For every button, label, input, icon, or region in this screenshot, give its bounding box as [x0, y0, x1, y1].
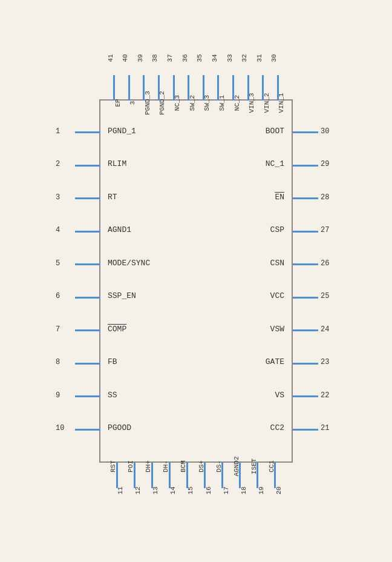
left-pin-num-3: 3	[56, 193, 60, 202]
right-pin-stub-25	[293, 297, 318, 299]
bottom-pin-num-16: 16	[205, 486, 212, 494]
top-pin-num-34: 34	[211, 54, 218, 62]
top-pin-num-33: 33	[226, 54, 234, 62]
left-pin-stub-10	[75, 429, 100, 431]
bottom-pin-num-18: 18	[240, 486, 247, 494]
bottom-pin-label-12: POI	[127, 460, 134, 472]
top-pin-label-38: PGND_2	[158, 91, 166, 115]
top-pin-num-32: 32	[241, 54, 248, 62]
left-pin-stub-5	[75, 263, 100, 265]
right-pin-num-24: 24	[321, 325, 329, 334]
bottom-pin-num-11: 11	[117, 486, 124, 494]
right-pin-label-24: VSW	[270, 325, 284, 334]
top-pin-num-36: 36	[181, 54, 189, 62]
right-pin-label-23: GATE	[266, 357, 284, 366]
right-pin-label-22: VS	[275, 391, 284, 400]
ic-body	[99, 99, 293, 463]
left-pin-stub-9	[75, 395, 100, 397]
bottom-pin-num-17: 17	[223, 486, 230, 494]
right-pin-label-21: CC2	[270, 423, 284, 432]
top-pin-label-35: SW_3	[203, 95, 211, 111]
bottom-pin-label-20: CC1	[268, 460, 275, 472]
left-pin-stub-1	[75, 131, 100, 133]
right-pin-stub-26	[293, 263, 318, 265]
bottom-pin-label-17: DS-	[215, 460, 223, 472]
left-pin-num-9: 9	[56, 391, 60, 400]
top-pin-num-38: 38	[151, 54, 158, 62]
top-pin-num-35: 35	[196, 54, 203, 62]
right-pin-stub-28	[293, 197, 318, 199]
bottom-pin-label-13: DH+	[145, 460, 152, 472]
top-pin-stub-40	[128, 75, 130, 101]
right-pin-num-28: 28	[321, 193, 329, 202]
left-pin-stub-8	[75, 363, 100, 365]
top-pin-num-31: 31	[256, 54, 263, 62]
right-pin-label-29: NC_1	[266, 159, 284, 168]
right-pin-label-30: BOOT	[266, 127, 284, 136]
top-pin-label-30: VIN_1	[278, 93, 285, 113]
right-pin-num-29: 29	[321, 160, 329, 168]
left-pin-num-7: 7	[56, 325, 60, 334]
left-pin-stub-4	[75, 231, 100, 233]
bottom-pin-label-11: RST	[109, 460, 117, 472]
left-pin-label-7: COMP	[108, 325, 126, 334]
top-pin-label-41: EP	[114, 99, 122, 107]
top-pin-num-39: 39	[137, 54, 144, 62]
right-pin-stub-24	[293, 329, 318, 331]
right-pin-label-27: CSP	[270, 225, 284, 234]
top-pin-stub-41	[113, 75, 115, 101]
bottom-pin-num-15: 15	[187, 486, 194, 494]
left-pin-num-6: 6	[56, 292, 60, 300]
left-pin-num-8: 8	[56, 358, 60, 366]
top-pin-num-37: 37	[166, 54, 174, 62]
top-pin-label-31: VIN_2	[263, 93, 270, 113]
left-pin-label-10: PGOOD	[108, 423, 131, 432]
left-pin-label-9: SS	[108, 391, 117, 400]
left-pin-label-1: PGND_1	[108, 127, 136, 136]
left-pin-label-8: FB	[108, 357, 117, 366]
top-pin-num-41: 41	[107, 54, 114, 62]
left-pin-stub-7	[75, 329, 100, 331]
bottom-pin-num-20: 20	[275, 486, 283, 494]
bottom-pin-num-19: 19	[258, 486, 265, 494]
left-pin-label-2: RLIM	[108, 159, 126, 168]
right-pin-num-30: 30	[321, 127, 329, 136]
left-pin-stub-2	[75, 165, 100, 167]
ic-component: 1PGND_12RLIM3RT4AGND15MODE/SYNC6SSP_EN7C…	[51, 51, 341, 511]
right-pin-label-25: VCC	[270, 291, 284, 300]
right-pin-label-28: EN	[275, 193, 284, 202]
bottom-pin-label-19: ISET	[250, 458, 258, 474]
top-pin-label-33: NC_2	[234, 95, 241, 111]
right-pin-num-23: 23	[321, 358, 329, 366]
left-pin-num-1: 1	[56, 127, 60, 136]
bottom-pin-num-12: 12	[134, 486, 142, 494]
right-pin-num-25: 25	[321, 292, 329, 300]
left-pin-stub-3	[75, 197, 100, 199]
left-pin-num-4: 4	[56, 226, 60, 234]
top-pin-label-37: NC_3	[174, 95, 181, 111]
top-pin-label-32: VIN_3	[248, 93, 255, 113]
top-pin-label-40: 3	[129, 101, 136, 105]
top-pin-num-30: 30	[270, 54, 278, 62]
bottom-pin-label-15: BCM	[180, 460, 187, 472]
right-pin-stub-27	[293, 231, 318, 233]
left-pin-num-2: 2	[56, 160, 60, 168]
right-pin-stub-23	[293, 363, 318, 365]
top-pin-label-39: PGND_3	[144, 91, 151, 115]
right-pin-num-26: 26	[321, 259, 329, 268]
bottom-pin-label-16: DS+	[198, 460, 205, 472]
right-pin-stub-21	[293, 429, 318, 431]
bottom-pin-label-14: DH-	[162, 460, 169, 472]
bottom-pin-label-18: AGND2	[233, 456, 240, 476]
left-pin-stub-6	[75, 297, 100, 299]
top-pin-num-40: 40	[122, 54, 129, 62]
top-pin-label-34: SW_1	[218, 95, 226, 111]
right-pin-num-27: 27	[321, 226, 329, 234]
left-pin-label-6: SSP_EN	[108, 291, 136, 300]
right-pin-num-21: 21	[321, 424, 329, 432]
right-pin-label-26: CSN	[270, 259, 284, 268]
right-pin-stub-22	[293, 395, 318, 397]
left-pin-label-4: AGND1	[108, 225, 131, 234]
left-pin-num-10: 10	[56, 424, 64, 432]
top-pin-label-36: SW_2	[189, 95, 196, 111]
